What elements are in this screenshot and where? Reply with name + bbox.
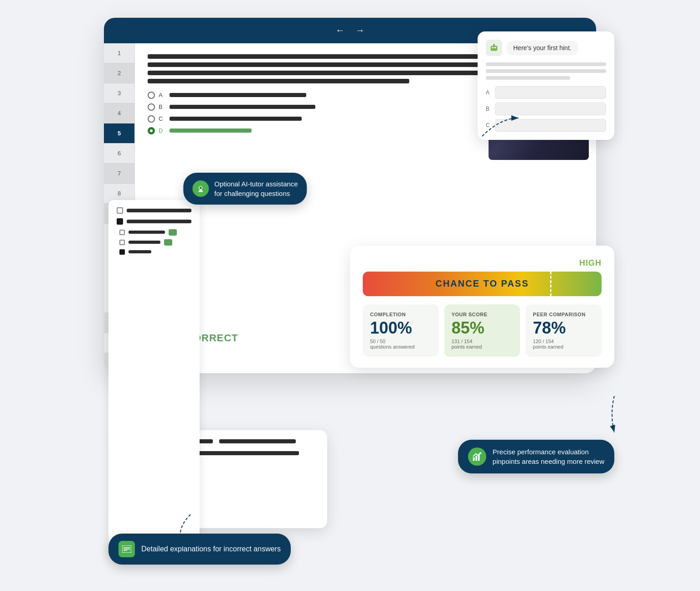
chance-dashed-line <box>550 272 551 296</box>
checkbox-systems[interactable] <box>117 218 123 225</box>
checkbox-subjects[interactable] <box>117 207 123 214</box>
peer-value: 78% <box>533 319 594 337</box>
peer-card: PEER COMPARISON 78% 120 / 154 points ear… <box>525 304 602 357</box>
label-c: C <box>159 115 166 122</box>
filter-sub-2[interactable] <box>117 239 191 246</box>
exp-header-2 <box>219 439 296 443</box>
q-num-6[interactable]: 6 <box>104 144 134 164</box>
svg-rect-9 <box>473 457 475 460</box>
q-num-4[interactable]: 4 <box>104 103 134 123</box>
hint-box-b[interactable] <box>495 103 606 115</box>
filter-sub-3[interactable] <box>117 249 191 255</box>
hint-label-c: C <box>486 122 491 128</box>
green-tag-2 <box>164 239 172 246</box>
dashed-arrow-peer <box>592 391 619 437</box>
score-value: 85% <box>452 319 513 337</box>
svg-rect-4 <box>491 46 498 51</box>
label-d: D <box>159 127 166 134</box>
sub-line-2 <box>129 241 160 244</box>
completion-sub: 50 / 50 <box>370 339 432 344</box>
radio-a[interactable] <box>148 92 155 99</box>
radio-b[interactable] <box>148 103 155 111</box>
filter-panel <box>108 200 200 555</box>
hint-options: A B C <box>486 86 606 132</box>
score-sub2: points earned <box>452 344 513 349</box>
ai-icon <box>192 180 209 197</box>
hint-line-1 <box>486 62 606 66</box>
hint-box-c[interactable] <box>495 119 606 132</box>
green-tag-1 <box>169 229 177 236</box>
robot-icon <box>486 40 502 56</box>
q-num-1[interactable]: 1 <box>104 43 134 63</box>
hint-label-a: A <box>486 89 491 96</box>
completion-label: COMPLETION <box>370 312 432 317</box>
q-num-2[interactable]: 2 <box>104 63 134 83</box>
sub-checkbox-3[interactable] <box>119 249 125 255</box>
svg-rect-5 <box>492 47 494 48</box>
option-line-c <box>170 117 302 121</box>
q-num-3[interactable]: 3 <box>104 83 134 103</box>
option-line-a <box>170 93 306 97</box>
sub-line-1 <box>129 231 165 234</box>
peer-sub: 120 / 154 <box>533 339 594 344</box>
svg-rect-8 <box>494 43 494 45</box>
sub-checkbox-1[interactable] <box>119 230 125 235</box>
hint-lines <box>486 62 606 80</box>
ai-tutor-tooltip: Optional AI-tutor assistance for challen… <box>183 173 307 205</box>
hint-header: Here's your first hint. <box>486 40 606 56</box>
main-container: ← → 1 2 3 4 5 6 7 8 9 15 16 17 18 <box>81 18 619 574</box>
svg-rect-6 <box>494 47 496 48</box>
svg-rect-3 <box>200 190 202 191</box>
filter-sub-1[interactable] <box>117 229 191 236</box>
chance-bar: CHANCE TO PASS <box>363 272 602 296</box>
performance-panel: HIGH CHANCE TO PASS COMPLETION 100% 50 /… <box>350 246 614 368</box>
completion-card: COMPLETION 100% 50 / 50 questions answer… <box>363 304 439 357</box>
hint-line-2 <box>486 69 606 73</box>
hint-opt-c[interactable]: C <box>486 119 606 132</box>
q-num-5[interactable]: 5 <box>104 123 134 144</box>
text-line-2 <box>148 62 531 67</box>
completion-value: 100% <box>370 319 432 337</box>
option-line-d <box>170 128 252 133</box>
text-line-4 <box>148 79 409 83</box>
radio-d[interactable] <box>148 127 155 134</box>
perf-tooltip-text: Precise performance evaluationpinpoints … <box>493 447 604 466</box>
filter-row-subjects[interactable] <box>117 207 191 214</box>
sub-checkbox-2[interactable] <box>119 240 125 245</box>
detail-tooltip-text: Detailed explanations for incorrect answ… <box>141 545 281 553</box>
perf-tooltip: Precise performance evaluationpinpoints … <box>458 440 614 473</box>
filter-systems-label <box>127 220 191 223</box>
nav-back[interactable]: ← <box>335 25 345 36</box>
score-sub: 131 / 154 <box>452 339 513 344</box>
hint-card: Here's your first hint. A B C <box>478 31 614 140</box>
hint-label-b: B <box>486 106 491 112</box>
text-line-3 <box>148 71 531 75</box>
sub-line-3 <box>129 250 151 253</box>
chance-bar-text: CHANCE TO PASS <box>435 278 529 289</box>
hint-opt-b[interactable]: B <box>486 103 606 115</box>
label-b: B <box>159 103 166 110</box>
hint-line-3 <box>486 76 570 80</box>
option-line-b <box>170 105 315 109</box>
detail-tooltip: Detailed explanations for incorrect answ… <box>108 534 291 565</box>
nav-forward[interactable]: → <box>355 25 365 36</box>
label-a: A <box>159 92 166 98</box>
radio-c[interactable] <box>148 115 155 123</box>
hint-bubble: Here's your first hint. <box>507 41 578 55</box>
hint-box-a[interactable] <box>495 86 606 99</box>
svg-rect-10 <box>475 456 477 461</box>
completion-sub2: questions answered <box>370 344 432 349</box>
ai-tooltip-text: Optional AI-tutor assistance for challen… <box>214 179 298 198</box>
filter-subjects-label <box>127 209 191 212</box>
hint-opt-a[interactable]: A <box>486 86 606 99</box>
stats-row: COMPLETION 100% 50 / 50 questions answer… <box>363 304 602 357</box>
peer-sub2: points earned <box>533 344 594 349</box>
q-num-7[interactable]: 7 <box>104 164 134 184</box>
svg-point-1 <box>200 186 202 189</box>
score-label: YOUR SCORE <box>452 312 513 317</box>
perf-icon <box>468 447 486 466</box>
filter-row-systems[interactable] <box>117 218 191 225</box>
peer-label: PEER COMPARISON <box>533 312 594 317</box>
high-label: HIGH <box>363 258 602 268</box>
detail-icon <box>118 541 135 557</box>
